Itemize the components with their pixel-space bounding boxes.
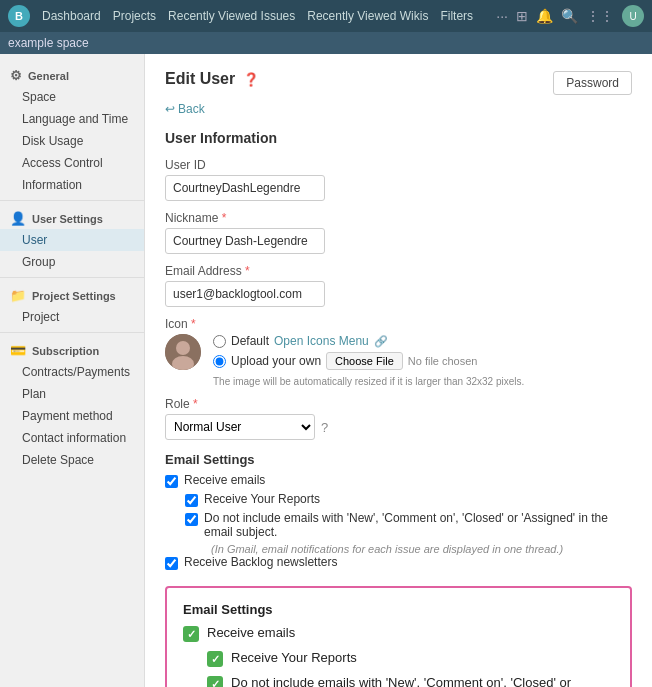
user-info-section-title: User Information: [165, 130, 632, 146]
role-select[interactable]: Normal User: [165, 414, 315, 440]
no-include-checkbox[interactable]: [185, 513, 198, 526]
role-help-icon[interactable]: ?: [321, 420, 328, 435]
nav-filters[interactable]: Filters: [440, 9, 473, 23]
sidebar-item-disk-usage[interactable]: Disk Usage: [0, 130, 144, 152]
back-label[interactable]: Back: [178, 102, 205, 116]
icon-hint-text: The image will be automatically resized …: [213, 376, 524, 387]
role-group: Role * Normal User ?: [165, 397, 632, 440]
gmail-hint: (In Gmail, email notifications for each …: [165, 543, 632, 555]
password-button[interactable]: Password: [553, 71, 632, 95]
sidebar-item-information[interactable]: Information: [0, 174, 144, 196]
sidebar-section-subscription: 💳 Subscription: [0, 337, 144, 361]
newsletters-checkbox[interactable]: [165, 557, 178, 570]
search-icon[interactable]: 🔍: [561, 8, 578, 24]
sidebar-section-project-settings: 📁 Project Settings: [0, 282, 144, 306]
more-icon[interactable]: ···: [496, 8, 508, 24]
divider-2: [0, 277, 144, 278]
nav-projects[interactable]: Projects: [113, 9, 156, 23]
help-icon[interactable]: ❓: [243, 72, 259, 87]
highlight-box-title: Email Settings: [183, 602, 614, 617]
content-area: Edit User ❓ Password ↩ Back User Informa…: [145, 54, 652, 687]
email-required: *: [245, 264, 250, 278]
app-logo: B: [8, 5, 30, 27]
icon-group: Icon * Default: [165, 317, 632, 387]
default-label: Default: [231, 334, 269, 348]
nav-recently-viewed-wikis[interactable]: Recently Viewed Wikis: [307, 9, 428, 23]
sidebar-section-user-settings: 👤 User Settings: [0, 205, 144, 229]
receive-reports-checkbox[interactable]: [185, 494, 198, 507]
choose-file-button[interactable]: Choose File: [326, 352, 403, 370]
sidebar-section-general: ⚙ General: [0, 62, 144, 86]
hl-no-include-row: Do not include emails with 'New', 'Comme…: [207, 675, 614, 687]
sidebar-item-access-control[interactable]: Access Control: [0, 152, 144, 174]
nav-dashboard[interactable]: Dashboard: [42, 9, 101, 23]
email-settings-title: Email Settings: [165, 452, 632, 467]
app-container: B Dashboard Projects Recently Viewed Iss…: [0, 0, 652, 687]
hl-receive-emails-checkbox: [183, 626, 199, 642]
user-avatar-nav[interactable]: U: [622, 5, 644, 27]
email-settings-highlight-box: Email Settings Receive emails Receive Yo…: [165, 586, 632, 687]
apps-icon[interactable]: ⋮⋮: [586, 8, 614, 24]
sidebar-item-user[interactable]: User: [0, 229, 144, 251]
open-icons-menu-link[interactable]: Open Icons Menu: [274, 334, 369, 348]
role-label: Role *: [165, 397, 632, 411]
sidebar-item-language-time[interactable]: Language and Time: [0, 108, 144, 130]
email-input[interactable]: [165, 281, 325, 307]
hl-no-include-checkbox: [207, 676, 223, 687]
hl-receive-reports-checkbox: [207, 651, 223, 667]
subscription-icon: 💳: [10, 343, 26, 358]
no-include-label: Do not include emails with 'New', 'Comme…: [204, 511, 632, 539]
top-nav-right: ··· ⊞ 🔔 🔍 ⋮⋮ U: [496, 5, 644, 27]
icon-label: Icon *: [165, 317, 632, 331]
workspace-bar: example space: [0, 32, 652, 54]
nickname-input[interactable]: [165, 228, 325, 254]
user-id-label: User ID: [165, 158, 632, 172]
user-avatar: [165, 334, 201, 370]
hl-nested-1: Receive Your Reports Do not include emai…: [183, 650, 614, 687]
sidebar: ⚙ General Space Language and Time Disk U…: [0, 54, 145, 687]
sidebar-item-group[interactable]: Group: [0, 251, 144, 273]
user-id-input[interactable]: [165, 175, 325, 201]
sidebar-item-payment-method[interactable]: Payment method: [0, 405, 144, 427]
user-settings-icon: 👤: [10, 211, 26, 226]
sidebar-subscription-label: Subscription: [32, 345, 99, 357]
divider-1: [0, 200, 144, 201]
grid-icon[interactable]: ⊞: [516, 8, 528, 24]
email-group: Email Address *: [165, 264, 632, 307]
nickname-label: Nickname *: [165, 211, 632, 225]
upload-radio[interactable]: [213, 355, 226, 368]
top-nav: B Dashboard Projects Recently Viewed Iss…: [0, 0, 652, 32]
sidebar-item-space[interactable]: Space: [0, 86, 144, 108]
no-include-row: Do not include emails with 'New', 'Comme…: [165, 511, 632, 539]
upload-label: Upload your own: [231, 354, 321, 368]
upload-radio-row: Upload your own Choose File No file chos…: [213, 352, 524, 370]
no-file-text: No file chosen: [408, 355, 478, 367]
sidebar-item-delete-space[interactable]: Delete Space: [0, 449, 144, 471]
default-radio[interactable]: [213, 335, 226, 348]
email-label: Email Address *: [165, 264, 632, 278]
role-required: *: [193, 397, 198, 411]
email-settings-section: Email Settings Receive emails Receive Yo…: [165, 452, 632, 570]
hl-receive-reports-row: Receive Your Reports: [207, 650, 614, 667]
workspace-name: example space: [8, 36, 89, 50]
sidebar-item-plan[interactable]: Plan: [0, 383, 144, 405]
receive-emails-row: Receive emails: [165, 473, 632, 488]
icon-row: Default Open Icons Menu 🔗 Upload your ow…: [165, 334, 632, 387]
role-row: Normal User ?: [165, 414, 632, 440]
receive-emails-checkbox[interactable]: [165, 475, 178, 488]
nav-recently-viewed-issues[interactable]: Recently Viewed Issues: [168, 9, 295, 23]
sidebar-item-project[interactable]: Project: [0, 306, 144, 328]
receive-reports-label: Receive Your Reports: [204, 492, 320, 506]
icon-required: *: [191, 317, 196, 331]
bell-icon[interactable]: 🔔: [536, 8, 553, 24]
page-title: Edit User: [165, 70, 235, 88]
sidebar-general-label: General: [28, 70, 69, 82]
svg-point-1: [176, 341, 190, 355]
back-link[interactable]: ↩ Back: [165, 102, 632, 116]
default-radio-row: Default Open Icons Menu 🔗: [213, 334, 524, 348]
newsletters-row: Receive Backlog newsletters: [165, 555, 632, 570]
hl-receive-emails-label: Receive emails: [207, 625, 295, 640]
sidebar-item-contact-info[interactable]: Contact information: [0, 427, 144, 449]
divider-3: [0, 332, 144, 333]
sidebar-item-contracts[interactable]: Contracts/Payments: [0, 361, 144, 383]
